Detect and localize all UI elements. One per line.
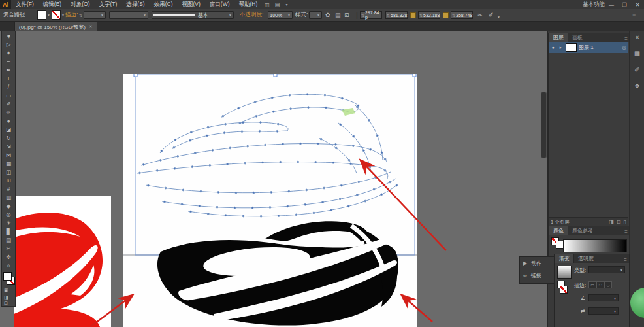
bridge-icon[interactable]: ◫ (262, 2, 272, 8)
stroke-across-icon[interactable]: ◡ (604, 281, 612, 288)
align-dropdown-icon[interactable]: ▤ (335, 11, 341, 19)
symbols-panel-icon[interactable]: ❖ (634, 82, 640, 90)
tab-transparency[interactable]: 透明度 (574, 254, 598, 263)
stroke-within-icon[interactable]: ▭ (588, 281, 596, 288)
artboard[interactable] (123, 74, 417, 327)
width-profile-dropdown[interactable]: ▼ (109, 11, 148, 19)
gradient-panel-menu-icon[interactable]: ≡ (624, 257, 629, 263)
swap-wh-icon[interactable] (443, 11, 449, 19)
stroke-stepper-icon[interactable]: ⇅ (79, 11, 82, 19)
controlbar-menu-icon[interactable]: ≡ (632, 11, 636, 19)
line-segment-tool[interactable]: / (2, 82, 15, 91)
stroke-along-icon[interactable]: ◠ (596, 281, 604, 288)
scale-tool[interactable]: ⇲ (2, 142, 15, 150)
layer-visibility-icon[interactable]: ● (550, 45, 556, 50)
width-tool[interactable]: ⋈ (2, 150, 15, 159)
menu-file[interactable]: 文件(F) (11, 1, 39, 9)
rectangle-tool[interactable]: ▭ (2, 91, 15, 99)
brush-definition-dropdown[interactable]: 基本 ▼ (152, 11, 234, 19)
screen-mode-icon[interactable]: ⊡ (4, 301, 8, 306)
transform-x-field[interactable]: ⇅297.84 p (360, 11, 382, 19)
arrange-documents-icon[interactable]: ▤ (272, 2, 283, 8)
align-artboard-icon[interactable]: ⊡ (344, 11, 349, 19)
color-mode-icon[interactable]: ▣ (4, 288, 8, 293)
gradient-angle-field[interactable]: ▼ (588, 294, 619, 301)
artboard-tool[interactable]: ▤ (2, 235, 15, 244)
swatches-panel-icon[interactable]: ▦ (634, 50, 640, 57)
menu-type[interactable]: 文字(T) (94, 1, 121, 9)
tab-close-icon[interactable]: ✕ (89, 24, 93, 29)
pencil-tool[interactable]: ✏ (2, 108, 15, 116)
tab-color[interactable]: 颜色 (549, 226, 568, 235)
rotate-tool[interactable]: ↻ (2, 133, 15, 142)
menu-view[interactable]: 视图(V) (178, 1, 205, 9)
stroke-caret-icon[interactable]: ▼ (61, 13, 65, 17)
canvas-area[interactable] (14, 31, 547, 327)
symbol-sprayer-tool[interactable]: ✳ (2, 218, 15, 227)
collapse-panels-icon[interactable]: « (636, 33, 639, 41)
scissors-icon[interactable]: ✂ (477, 11, 483, 19)
stroke-color-swatch[interactable]: ▼ (52, 11, 65, 19)
menu-edit[interactable]: 编辑(E) (39, 1, 66, 9)
menu-window[interactable]: 窗口(W) (205, 1, 234, 9)
pen-caret-icon[interactable]: ▼ (497, 13, 500, 21)
stroke-weight-label[interactable]: 描边: (65, 11, 78, 19)
wireframe-paths[interactable] (137, 94, 398, 217)
close-button[interactable]: ✕ (631, 2, 644, 8)
hand-tool[interactable]: ✣ (2, 252, 15, 261)
arrange-caret-icon[interactable]: ▼ (282, 3, 291, 7)
column-graph-tool[interactable]: ▊ (2, 227, 15, 235)
shape-builder-tool[interactable]: ◫ (2, 167, 15, 176)
lasso-tool[interactable]: ∽ (2, 57, 15, 65)
gradient-type-dropdown[interactable]: ▼ (588, 266, 625, 273)
fill-color-swatch[interactable]: ▼ (37, 11, 50, 19)
vertical-scrollbar[interactable] (541, 92, 547, 158)
stroke-weight-dropdown[interactable]: ▼ (84, 11, 106, 19)
new-layer-icon[interactable]: ⊞ (617, 219, 621, 225)
make-clipping-mask-icon[interactable]: ◨ (609, 219, 614, 225)
mesh-tool[interactable]: # (2, 184, 15, 193)
gradient-aspect-field[interactable]: ▼ (588, 307, 619, 315)
layer-expand-icon[interactable]: ▸ (558, 45, 564, 50)
grayscale-ramp[interactable] (563, 239, 627, 252)
drawing-mode-icon[interactable]: ◨ (4, 295, 8, 300)
layer-target-icon[interactable]: ◎ (621, 45, 627, 50)
menu-effect[interactable]: 效果(C) (150, 1, 178, 9)
fill-color-indicator[interactable] (3, 272, 12, 281)
black-swirl-artwork[interactable] (157, 221, 398, 325)
restore-button[interactable]: ❐ (618, 2, 631, 8)
magic-wand-tool[interactable]: ✶ (2, 48, 15, 57)
style-label[interactable]: 样式: (295, 11, 308, 19)
tab-color-guide[interactable]: 颜色参考 (568, 226, 597, 235)
brushes-panel-icon[interactable]: ✐ (634, 66, 639, 73)
opacity-label[interactable]: 不透明度: (240, 11, 263, 19)
menu-help[interactable]: 帮助(H) (234, 1, 263, 9)
pen-tool[interactable]: ✒ (2, 65, 15, 74)
delete-layer-icon[interactable]: ▯ (624, 219, 626, 225)
menu-object[interactable]: 对象(O) (66, 1, 94, 9)
eyedropper-tool[interactable]: ◆ (2, 201, 15, 210)
transform-h-field[interactable]: ⇅358.748 (451, 11, 473, 19)
fill-caret-icon[interactable]: ▼ (47, 13, 50, 17)
constrain-link-icon[interactable] (410, 11, 416, 19)
menu-select[interactable]: 选择(S) (121, 1, 149, 9)
blob-brush-tool[interactable]: ● (2, 116, 15, 125)
paintbrush-tool[interactable]: ✐ (2, 99, 15, 108)
gradient-tool[interactable]: ▥ (2, 193, 15, 201)
tab-artboards[interactable]: 画板 (568, 33, 587, 42)
eraser-tool[interactable]: ◪ (2, 125, 15, 133)
gradient-thumbnail[interactable] (557, 266, 572, 279)
workspace-switcher[interactable]: 基本功能 (583, 1, 605, 9)
slice-tool[interactable]: ✂ (2, 244, 15, 252)
blend-tool[interactable]: ◎ (2, 210, 15, 218)
transform-w-field[interactable]: ⇅532.188 (418, 11, 440, 19)
minimize-button[interactable]: — (605, 2, 618, 8)
style-dropdown[interactable]: ▼ (309, 11, 322, 19)
transform-y-field[interactable]: ⇅581.328 (385, 11, 408, 19)
zoom-tool[interactable]: ○ (2, 261, 15, 269)
recolor-artwork-icon[interactable]: ✿ (325, 11, 330, 19)
gradient-stroke-swatch[interactable] (560, 286, 568, 294)
type-tool[interactable]: T (2, 74, 15, 82)
layer-row[interactable]: ● ▸ 图层 1 ◎ (549, 42, 628, 53)
tab-gradient[interactable]: 渐变 (555, 254, 574, 263)
